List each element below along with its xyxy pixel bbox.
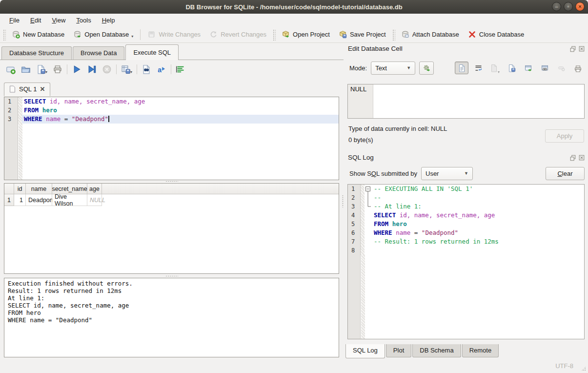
sql-file-tab[interactable]: SQL 1✕ xyxy=(4,83,50,96)
execution-message-panel[interactable]: Execution finished without errors. Resul… xyxy=(4,278,339,357)
encoding-indicator: UTF-8 xyxy=(555,362,573,370)
maximize-button[interactable]: ▫ xyxy=(564,2,573,11)
auto-apply-button[interactable] xyxy=(419,62,434,75)
column-header-age[interactable]: age xyxy=(87,184,102,194)
open-database-button[interactable]: Open Database▾ xyxy=(69,28,138,41)
chevron-down-icon: ▼ xyxy=(406,65,411,70)
result-cell-name[interactable]: Deadpond xyxy=(26,194,52,206)
toolbar-handle[interactable] xyxy=(272,29,276,41)
sql-toolbar: ▾▾a xyxy=(6,64,185,74)
find-button[interactable] xyxy=(142,64,151,74)
code-line: 6WHERE name = "Deadpond" xyxy=(348,228,584,237)
print-icon xyxy=(574,64,582,72)
close-panel-icon[interactable] xyxy=(578,154,585,161)
save-sql-file-button[interactable]: ▾ xyxy=(36,64,47,74)
open-sql-file-button[interactable] xyxy=(21,64,31,74)
menu-edit[interactable]: Edit xyxy=(25,15,46,26)
save-project-button[interactable]: Save Project xyxy=(334,28,390,41)
results-table[interactable]: idnamesecret_nameage 11DeadpondDive Wils… xyxy=(4,183,339,274)
sql-open-icon xyxy=(21,64,31,74)
execute-all-button[interactable] xyxy=(72,64,81,74)
cell-type-info: Type of data currently in cell: NULL xyxy=(348,125,447,132)
dock-tab-db-schema[interactable]: DB Schema xyxy=(412,344,461,357)
results-corner-header[interactable] xyxy=(4,184,14,194)
dock-tab-sql-log[interactable]: SQL Log xyxy=(345,344,385,358)
stop-execution-button[interactable] xyxy=(102,64,112,74)
new-sql-tab-button[interactable] xyxy=(6,64,16,74)
mode-label: Mode: xyxy=(349,64,367,72)
close-database-button[interactable]: Close Database xyxy=(464,28,529,41)
tab-database-structure[interactable]: Database Structure xyxy=(1,46,72,60)
fold-column xyxy=(365,211,372,220)
results-message-splitter[interactable] xyxy=(4,275,339,277)
null-btn-icon xyxy=(557,64,566,72)
open-project-button[interactable]: Open Project xyxy=(277,28,334,41)
format-sql-button[interactable]: a xyxy=(157,64,166,74)
minimize-button[interactable]: – xyxy=(552,2,561,11)
column-header-id[interactable]: id xyxy=(14,184,26,194)
word-wrap-toggle-button[interactable] xyxy=(176,64,185,74)
cell-value-editor[interactable]: NULL xyxy=(347,84,585,119)
fold-marker-icon xyxy=(365,202,372,211)
tab-browse-data[interactable]: Browse Data xyxy=(73,46,124,60)
save-results-button[interactable]: ▾ xyxy=(121,64,132,74)
dropdown-caret-icon[interactable]: ▾ xyxy=(131,35,133,39)
write-changes-button[interactable]: Write Changes xyxy=(143,28,205,41)
word-wrap-button[interactable] xyxy=(471,62,485,74)
clear-log-button[interactable]: Clear xyxy=(546,167,585,180)
submitter-select[interactable]: User ▼ xyxy=(421,167,473,180)
right-dock: Edit Database Cell Mode: Text ▼ ▾ NULL T… xyxy=(345,43,588,359)
toolbar-handle[interactable] xyxy=(392,29,395,41)
dock-tab-remote[interactable]: Remote xyxy=(462,344,499,357)
execute-current-line-button[interactable] xyxy=(87,64,97,74)
dropdown-caret-icon[interactable]: ▾ xyxy=(130,70,132,74)
apply-button[interactable]: Apply xyxy=(545,129,584,143)
menu-view[interactable]: View xyxy=(46,15,71,26)
attach-database-button[interactable]: Attach Database xyxy=(397,28,464,41)
print-cell-button[interactable] xyxy=(571,62,585,74)
title-bar[interactable]: DB Browser for SQLite - /home/user/code/… xyxy=(0,0,588,14)
results-body: 11DeadpondDive WilsonNULL xyxy=(4,194,339,206)
menu-file[interactable]: File xyxy=(4,15,25,26)
menu-help[interactable]: Help xyxy=(97,15,121,26)
close-button[interactable]: × xyxy=(575,2,585,11)
export-data-button[interactable] xyxy=(505,62,518,74)
cell-value-area[interactable] xyxy=(373,84,584,118)
tab-execute-sql[interactable]: Execute SQL xyxy=(125,44,179,60)
menu-tools[interactable]: Tools xyxy=(71,15,96,26)
resize-grip[interactable] xyxy=(580,365,587,372)
text-mode-button[interactable] xyxy=(455,62,468,74)
close-panel-icon[interactable] xyxy=(578,45,585,52)
editor-results-splitter[interactable] xyxy=(4,180,339,183)
sql-editor[interactable]: 1SELECT id, name, secret_name, age2FROM … xyxy=(4,97,339,180)
table-row[interactable]: 11DeadpondDive WilsonNULL xyxy=(4,194,339,206)
float-panel-icon[interactable] xyxy=(569,154,576,161)
toolbar-handle[interactable] xyxy=(2,29,6,41)
column-header-secret_name[interactable]: secret_name xyxy=(52,184,87,194)
result-cell-id[interactable]: 1 xyxy=(14,194,26,206)
sql-log-view[interactable]: 1-- EXECUTING ALL IN 'SQL 1'2--3-- At li… xyxy=(347,184,585,339)
set-null-button[interactable] xyxy=(554,62,568,74)
result-cell-secret_name[interactable]: Dive Wilson xyxy=(52,194,87,206)
new-database-button[interactable]: New Database xyxy=(7,28,69,41)
dropdown-caret-icon[interactable]: ▾ xyxy=(45,70,47,74)
mode-select[interactable]: Text ▼ xyxy=(371,62,415,75)
fold-marker-icon[interactable] xyxy=(365,185,372,193)
dock-tab-plot[interactable]: Plot xyxy=(386,344,411,357)
print-sql-button[interactable] xyxy=(53,64,62,74)
float-panel-icon[interactable] xyxy=(569,45,576,52)
result-cell-age[interactable]: NULL xyxy=(87,194,102,206)
set-as-link-button[interactable] xyxy=(538,62,551,74)
close-tab-icon[interactable]: ✕ xyxy=(40,85,45,93)
format-icon: a xyxy=(157,64,166,74)
edit-cell-title: Edit Database Cell xyxy=(348,45,403,52)
open-in-external-app-button[interactable] xyxy=(521,62,535,74)
revert-changes-button[interactable]: Revert Changes xyxy=(205,28,271,41)
panel-splitter[interactable] xyxy=(341,43,345,359)
column-header-name[interactable]: name xyxy=(26,184,52,194)
code-line: 1-- EXECUTING ALL IN 'SQL 1' xyxy=(348,185,584,193)
sql-save-icon xyxy=(36,64,46,74)
row-header[interactable]: 1 xyxy=(4,194,14,206)
close-red-icon xyxy=(468,30,476,39)
import-data-button[interactable]: ▾ xyxy=(488,62,502,74)
